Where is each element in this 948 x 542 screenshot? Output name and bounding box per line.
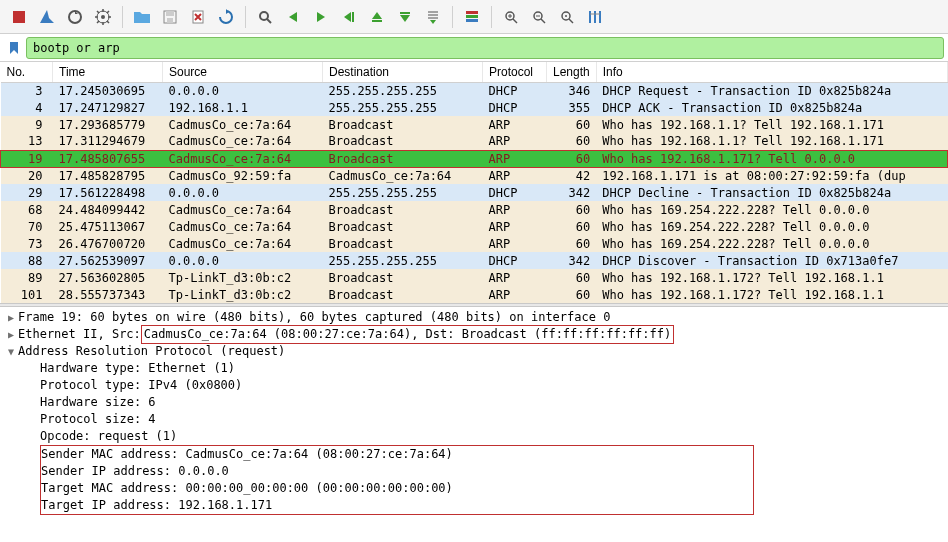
packet-row[interactable]: 2017.485828795CadmusCo_92:59:faCadmusCo_… <box>1 167 948 184</box>
save-icon[interactable] <box>157 4 183 30</box>
stop-capture-icon[interactable] <box>6 4 32 30</box>
packet-list-header[interactable]: No. Time Source Destination Protocol Len… <box>1 62 948 82</box>
expand-icon[interactable]: ▶ <box>4 326 18 343</box>
shark-fin-icon[interactable] <box>34 4 60 30</box>
tree-sender-mac[interactable]: Sender MAC address: CadmusCo_ce:7a:64 (0… <box>41 446 453 463</box>
zoom-100-icon[interactable] <box>554 4 580 30</box>
toolbar-separator <box>245 6 246 28</box>
svg-point-8 <box>260 12 268 20</box>
autoscroll-icon[interactable] <box>420 4 446 30</box>
options-icon[interactable] <box>90 4 116 30</box>
tree-arp[interactable]: ▼ Address Resolution Protocol (request) <box>0 343 948 360</box>
packet-details-pane[interactable]: ▶ Frame 19: 60 bytes on wire (480 bits),… <box>0 307 948 517</box>
svg-rect-12 <box>466 11 478 14</box>
svg-rect-11 <box>400 12 410 14</box>
tree-frame[interactable]: ▶ Frame 19: 60 bytes on wire (480 bits),… <box>0 309 948 326</box>
display-filter-bar <box>0 34 948 62</box>
jump-down-icon[interactable] <box>392 4 418 30</box>
packet-row[interactable]: 2917.5612284980.0.0.0255.255.255.255DHCP… <box>1 184 948 201</box>
restart-capture-icon[interactable] <box>62 4 88 30</box>
packet-row[interactable]: 7326.476700720CadmusCo_ce:7a:64Broadcast… <box>1 235 948 252</box>
packet-row[interactable]: 8927.563602805Tp-LinkT_d3:0b:c2Broadcast… <box>1 269 948 286</box>
svg-rect-13 <box>466 15 478 18</box>
zoom-out-icon[interactable] <box>526 4 552 30</box>
packet-row[interactable]: 1317.311294679CadmusCo_ce:7a:64Broadcast… <box>1 133 948 150</box>
svg-rect-5 <box>166 11 174 16</box>
col-header-protocol[interactable]: Protocol <box>483 62 547 82</box>
tree-opcode[interactable]: Opcode: request (1) <box>0 428 948 445</box>
resize-columns-icon[interactable] <box>582 4 608 30</box>
packet-row[interactable]: 10128.555737343Tp-LinkT_d3:0b:c2Broadcas… <box>1 286 948 303</box>
tree-arp-label: Address Resolution Protocol (request) <box>18 343 285 360</box>
col-header-length[interactable]: Length <box>547 62 597 82</box>
svg-rect-14 <box>466 19 478 22</box>
packet-list-table[interactable]: No. Time Source Destination Protocol Len… <box>0 62 948 303</box>
col-header-no[interactable]: No. <box>1 62 53 82</box>
tree-target-ip[interactable]: Target IP address: 192.168.1.171 <box>41 497 453 514</box>
packet-row[interactable]: 1917.485807655CadmusCo_ce:7a:64Broadcast… <box>1 150 948 167</box>
find-icon[interactable] <box>252 4 278 30</box>
tree-ethernet[interactable]: ▶ Ethernet II, Src: CadmusCo_ce:7a:64 (0… <box>0 326 948 343</box>
tree-target-mac[interactable]: Target MAC address: 00:00:00_00:00:00 (0… <box>41 480 453 497</box>
jump-back-icon[interactable] <box>336 4 362 30</box>
packet-row[interactable]: 8827.5625390970.0.0.0255.255.255.255DHCP… <box>1 252 948 269</box>
jump-up-icon[interactable] <box>364 4 390 30</box>
zoom-in-icon[interactable] <box>498 4 524 30</box>
close-file-icon[interactable] <box>185 4 211 30</box>
main-toolbar <box>0 0 948 34</box>
col-header-time[interactable]: Time <box>53 62 163 82</box>
go-back-icon[interactable] <box>280 4 306 30</box>
packet-row[interactable]: 417.247129827192.168.1.1255.255.255.255D… <box>1 99 948 116</box>
svg-rect-6 <box>167 18 173 23</box>
tree-frame-label: Frame 19: 60 bytes on wire (480 bits), 6… <box>18 309 610 326</box>
tree-addr-group-highlight: Sender MAC address: CadmusCo_ce:7a:64 (0… <box>40 445 754 515</box>
col-header-source[interactable]: Source <box>163 62 323 82</box>
col-header-destination[interactable]: Destination <box>323 62 483 82</box>
svg-rect-10 <box>372 20 382 22</box>
expand-icon[interactable]: ▶ <box>4 309 18 326</box>
go-forward-icon[interactable] <box>308 4 334 30</box>
col-header-info[interactable]: Info <box>596 62 947 82</box>
svg-rect-9 <box>352 12 354 22</box>
tree-protosize[interactable]: Protocol size: 4 <box>0 411 948 428</box>
bookmark-filter-icon[interactable] <box>4 38 24 58</box>
svg-point-18 <box>565 15 567 17</box>
tree-sender-ip[interactable]: Sender IP address: 0.0.0.0 <box>41 463 453 480</box>
svg-point-3 <box>101 15 105 19</box>
packet-row[interactable]: 6824.484099442CadmusCo_ce:7a:64Broadcast… <box>1 201 948 218</box>
tree-eth-highlight: CadmusCo_ce:7a:64 (08:00:27:ce:7a:64), D… <box>141 325 674 344</box>
tree-hwtype[interactable]: Hardware type: Ethernet (1) <box>0 360 948 377</box>
collapse-icon[interactable]: ▼ <box>4 343 18 360</box>
tree-hwsize[interactable]: Hardware size: 6 <box>0 394 948 411</box>
toolbar-separator <box>491 6 492 28</box>
toolbar-separator <box>122 6 123 28</box>
display-filter-input[interactable] <box>26 37 944 59</box>
tree-prototype[interactable]: Protocol type: IPv4 (0x0800) <box>0 377 948 394</box>
open-folder-icon[interactable] <box>129 4 155 30</box>
toolbar-separator <box>452 6 453 28</box>
reload-file-icon[interactable] <box>213 4 239 30</box>
tree-eth-prefix: Ethernet II, Src: <box>18 326 141 343</box>
colorize-icon[interactable] <box>459 4 485 30</box>
packet-row[interactable]: 317.2450306950.0.0.0255.255.255.255DHCP3… <box>1 82 948 99</box>
packet-row[interactable]: 917.293685779CadmusCo_ce:7a:64BroadcastA… <box>1 116 948 133</box>
svg-rect-0 <box>13 11 25 23</box>
packet-row[interactable]: 7025.475113067CadmusCo_ce:7a:64Broadcast… <box>1 218 948 235</box>
